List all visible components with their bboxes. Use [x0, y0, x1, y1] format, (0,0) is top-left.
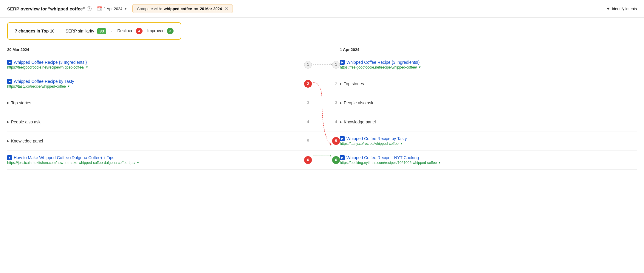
- calendar-icon: 📅: [97, 6, 102, 11]
- compare-date: 20 Mar 2024: [200, 7, 222, 11]
- right-title-6[interactable]: ▶ Whipped Coffee Recipe - NYT Cooking: [340, 155, 637, 160]
- left-title-1[interactable]: ▶ Whipped Coffee Recipe {3 Ingredients!}: [7, 60, 304, 65]
- selected-date: 1 Apr 2024: [104, 7, 123, 11]
- url-chevron-icon-1-left[interactable]: ▼: [86, 66, 89, 69]
- num-right-3: 3: [332, 100, 340, 105]
- left-url-1[interactable]: https://feelgoodfoodie.net/recipe/whippe…: [7, 65, 304, 69]
- date-chevron-icon: ▼: [124, 7, 127, 10]
- num-row-4: 4 4: [304, 112, 340, 131]
- help-icon[interactable]: ?: [87, 6, 92, 11]
- left-title-6[interactable]: ▶ How to Make Whipped Coffee (Dalgona Co…: [7, 155, 304, 160]
- left-row-3: ▶ Top stories: [7, 93, 304, 112]
- right-row-1: ▶ Whipped Coffee Recipe {3 Ingredients!}…: [340, 55, 637, 74]
- similarity-label: SERP similarity: [66, 29, 94, 33]
- right-row-6: ▶ Whipped Coffee Recipe - NYT Cooking ht…: [340, 151, 637, 170]
- num-left-6: 6: [304, 156, 312, 164]
- right-url-1[interactable]: https://feelgoodfoodie.net/recipe/whippe…: [340, 65, 637, 69]
- left-row-5: ▶ Knowledge panel: [7, 131, 304, 151]
- num-row-2: 2 2: [304, 74, 340, 93]
- right-row-2: ▶ Top stories: [340, 74, 637, 93]
- url-chevron-icon-6-right[interactable]: ▼: [438, 161, 441, 164]
- triangle-icon-3-right: ▶: [340, 101, 342, 104]
- triangle-icon-2-right: ▶: [340, 82, 342, 85]
- declined-section: Declined 4: [117, 28, 142, 34]
- favicon-6-right: ▶: [340, 155, 345, 160]
- left-url-6[interactable]: https://jessicainthekitchen.com/how-to-m…: [7, 161, 304, 165]
- url-chevron-icon-1-right[interactable]: ▼: [418, 66, 421, 69]
- favicon-2-left: ▶: [7, 79, 12, 84]
- url-chevron-icon-6-left[interactable]: ▼: [137, 161, 140, 164]
- identify-intents-button[interactable]: ✦ Identify intents: [606, 6, 637, 12]
- num-row-3: 3 3: [304, 93, 340, 112]
- favicon-5-right: ▶: [340, 136, 345, 141]
- right-title-1[interactable]: ▶ Whipped Coffee Recipe {3 Ingredients!}: [340, 60, 637, 65]
- right-column-header: 1 Apr 2024: [340, 44, 637, 55]
- improved-badge: 3: [167, 28, 174, 34]
- separator-2: ·: [111, 28, 112, 34]
- num-left-4: 4: [304, 120, 312, 124]
- num-right-6: 6: [332, 156, 340, 164]
- left-column-header: 20 Mar 2024: [7, 44, 304, 55]
- title-text: SERP overview for "whipped coffee": [7, 6, 85, 11]
- num-row-1: 1 1: [304, 55, 340, 74]
- right-url-6[interactable]: https://cooking.nytimes.com/recipes/1021…: [340, 161, 637, 165]
- triangle-icon-3-left: ▶: [7, 101, 9, 104]
- right-title-5[interactable]: ▶ Whipped Coffee Recipe by Tasty: [340, 136, 637, 141]
- right-column: ▶ Whipped Coffee Recipe {3 Ingredients!}…: [340, 55, 637, 170]
- page-title: SERP overview for "whipped coffee" ?: [7, 6, 92, 11]
- triangle-icon-5-left: ▶: [7, 139, 9, 142]
- num-left-5: 5: [304, 139, 312, 143]
- num-right-5: 5: [332, 137, 340, 145]
- date-selector[interactable]: 📅 1 Apr 2024 ▼: [97, 6, 127, 11]
- left-url-2[interactable]: https://tasty.co/recipe/whipped-coffee ▼: [7, 84, 304, 89]
- left-row-2: ▶ Whipped Coffee Recipe by Tasty https:/…: [7, 74, 304, 93]
- compare-label: Compare with:: [137, 7, 162, 11]
- identify-intents-label: Identify intents: [612, 7, 637, 11]
- comparison-area: 20 Mar 2024 1 Apr 2024 ▶ Whipped Coffee …: [0, 44, 644, 170]
- declined-label: Declined: [117, 28, 133, 33]
- right-row-4: ▶ Knowledge panel: [340, 112, 637, 131]
- favicon-6-left: ▶: [7, 155, 12, 160]
- num-left-2: 2: [304, 80, 312, 88]
- triangle-icon-4-right: ▶: [340, 120, 342, 123]
- url-chevron-icon-2-left[interactable]: ▼: [67, 85, 70, 88]
- changes-count: 7 changes in Top 10: [15, 29, 55, 33]
- changes-number: 7: [15, 29, 17, 33]
- num-left-1: 1: [304, 61, 312, 69]
- top10-label: Top 10: [41, 29, 55, 33]
- changes-label-text: changes in: [18, 29, 41, 33]
- num-row-6: 6 6: [304, 151, 340, 170]
- left-row-1: ▶ Whipped Coffee Recipe {3 Ingredients!}…: [7, 55, 304, 74]
- summary-bar: 7 changes in Top 10 · SERP similarity 83…: [7, 22, 181, 40]
- compare-bar: Compare with: whipped coffee on 20 Mar 2…: [132, 4, 233, 13]
- right-row-5: ▶ Whipped Coffee Recipe by Tasty https:/…: [340, 131, 637, 151]
- url-chevron-icon-5-right[interactable]: ▼: [400, 142, 403, 145]
- similarity-badge: 83: [97, 28, 106, 34]
- right-url-5[interactable]: https://tasty.co/recipe/whipped-coffee ▼: [340, 142, 637, 146]
- num-row-5: 5 5: [304, 131, 340, 151]
- identify-icon: ✦: [606, 6, 610, 12]
- numbers-column: 1 1 2 2 3 3 4 4 5 5: [304, 55, 340, 170]
- favicon-1-left: ▶: [7, 60, 12, 65]
- num-right-1: 1: [332, 61, 340, 69]
- triangle-icon-4-left: ▶: [7, 120, 9, 123]
- improved-label: Improved: [147, 28, 165, 33]
- num-right-2-empty: 2: [332, 80, 340, 88]
- left-row-6: ▶ How to Make Whipped Coffee (Dalgona Co…: [7, 151, 304, 170]
- declined-badge: 4: [136, 28, 143, 34]
- left-row-4: ▶ People also ask: [7, 112, 304, 131]
- column-headers: 20 Mar 2024 1 Apr 2024: [7, 44, 637, 55]
- improved-section: Improved 3: [147, 28, 174, 34]
- page-header: SERP overview for "whipped coffee" ? 📅 1…: [0, 0, 644, 18]
- serp-rows: ▶ Whipped Coffee Recipe {3 Ingredients!}…: [7, 55, 637, 170]
- num-left-3: 3: [304, 100, 312, 105]
- right-row-3: ▶ People also ask: [340, 93, 637, 112]
- compare-keyword: whipped coffee: [164, 7, 192, 11]
- left-title-2[interactable]: ▶ Whipped Coffee Recipe by Tasty: [7, 79, 304, 84]
- compare-close-icon[interactable]: ✕: [225, 6, 228, 11]
- separator-1: ·: [59, 28, 61, 34]
- compare-on-label: on: [194, 7, 198, 11]
- left-column: ▶ Whipped Coffee Recipe {3 Ingredients!}…: [7, 55, 304, 170]
- favicon-1-right: ▶: [340, 60, 345, 65]
- similarity-section: SERP similarity 83: [66, 29, 106, 33]
